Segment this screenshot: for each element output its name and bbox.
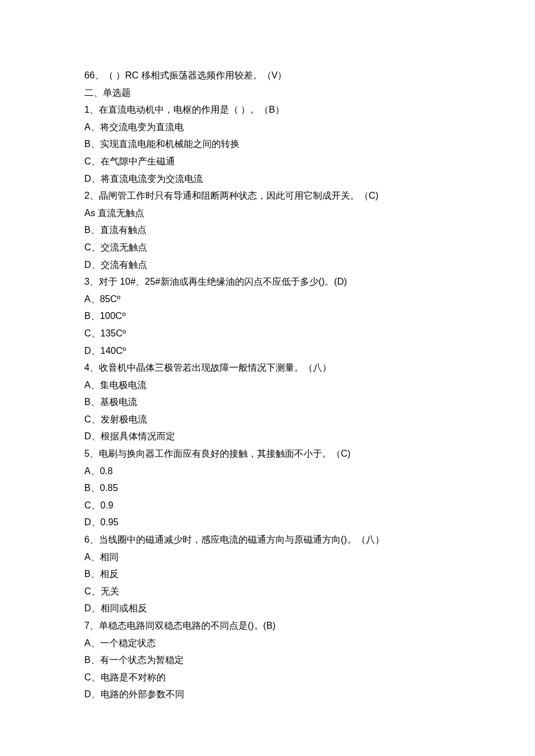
text-line: 1、在直流电动机中，电枢的作用是（ ）。（B）: [84, 101, 451, 119]
text-line: 66、（ ）RC 移相式振荡器选频作用较差。（V）: [84, 67, 451, 84]
text-line: D、相同或相反: [84, 600, 451, 617]
text-line: A、85Cº: [84, 291, 451, 308]
text-line: 2、晶闸管工作时只有导通和阻断两种状态，因此可用它制成开关。（C): [84, 187, 451, 205]
text-line: 3、对于 10#、25#新油或再生绝缘油的闪点不应低于多少()。(D): [84, 273, 451, 291]
text-line: C、135Cº: [84, 325, 451, 342]
text-line: A、集电极电流: [84, 377, 451, 394]
text-line: A、0.8: [84, 463, 451, 480]
text-line: B、有一个状态为暂稳定: [84, 651, 451, 669]
text-line: C、无关: [84, 583, 451, 600]
text-line: 6、当线圈中的磁通减少时，感应电流的磁通方向与原磁通方向()。（八）: [84, 531, 451, 549]
text-line: D、将直流电流变为交流电流: [84, 170, 451, 188]
text-line: B、直流有触点: [84, 221, 451, 239]
text-line: 7、单稳态电路同双稳态电路的不同点是()。(B): [84, 617, 451, 635]
text-line: D、交流有触点: [84, 256, 451, 274]
text-line: A、相同: [84, 549, 451, 566]
text-line: As 直流无触点: [84, 205, 451, 222]
text-line: B、实现直流电能和机械能之间的转换: [84, 135, 451, 153]
text-line: B、相反: [84, 565, 451, 583]
text-line: A、一个稳定状态: [84, 635, 451, 652]
document-content: 66、（ ）RC 移相式振荡器选频作用较差。（V）二、单选题1、在直流电动机中，…: [84, 67, 451, 703]
text-line: 二、单选题: [84, 84, 451, 102]
text-line: B、0.85: [84, 479, 451, 497]
text-line: C、电路是不对称的: [84, 669, 451, 686]
text-line: C、发射极电流: [84, 411, 451, 428]
text-line: C、交流无触点: [84, 239, 451, 256]
text-line: A、将交流电变为直流电: [84, 119, 451, 136]
text-line: C、0.9: [84, 497, 451, 514]
text-line: B、100Cº: [84, 307, 451, 325]
text-line: 5、电刷与换向器工作面应有良好的接触，其接触面不小于。（C): [84, 445, 451, 463]
text-line: B、基极电流: [84, 393, 451, 411]
text-line: D、电路的外部参数不同: [84, 686, 451, 703]
text-line: C、在气隙中产生磁通: [84, 153, 451, 170]
text-line: D、0.95: [84, 514, 451, 531]
text-line: 4、收音机中晶体三极管若出现故障一般情况下测量。（八）: [84, 359, 451, 377]
text-line: D、140Cº: [84, 342, 451, 360]
text-line: D、根据具体情况而定: [84, 428, 451, 445]
